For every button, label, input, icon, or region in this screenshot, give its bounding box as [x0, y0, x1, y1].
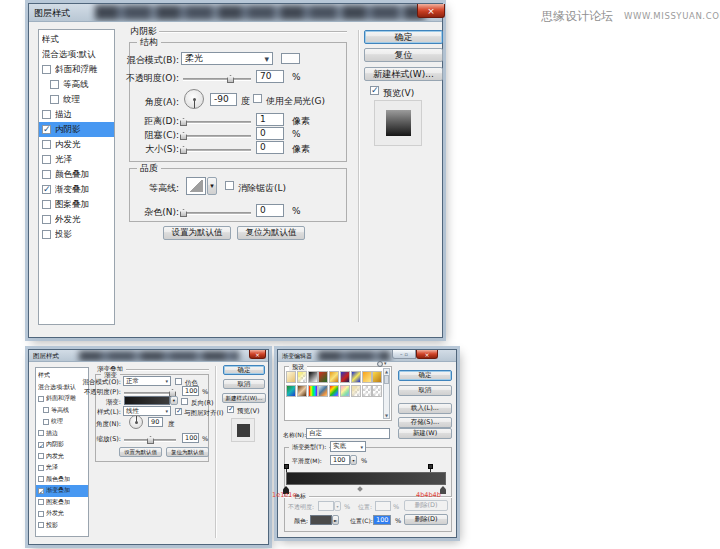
smoothness-dropdown-button[interactable]: ▾: [350, 455, 357, 465]
preset-menu-arrow-icon[interactable]: ▾: [384, 360, 387, 366]
save-button[interactable]: 存储(S)...: [398, 417, 452, 428]
gradient-preview-strip[interactable]: [124, 396, 170, 405]
gradient-preset-swatch[interactable]: [362, 371, 372, 383]
gradient-preset-swatch[interactable]: [372, 385, 382, 397]
gradient-preset-swatch[interactable]: [351, 385, 361, 397]
gradient-preset-swatch[interactable]: [318, 385, 328, 397]
style-enable-checkbox[interactable]: ✓: [38, 453, 44, 459]
close-button[interactable]: ×: [249, 350, 266, 359]
angle-input[interactable]: 90: [148, 417, 163, 427]
style-list-item[interactable]: ✓ 投影: [39, 227, 114, 242]
smoothness-input[interactable]: 100: [330, 455, 350, 465]
gradient-preset-swatch[interactable]: [340, 371, 350, 383]
gradient-preset-swatch[interactable]: [372, 371, 382, 383]
gradient-dropdown-button[interactable]: ▾: [170, 396, 178, 405]
style-enable-checkbox[interactable]: ✓: [38, 396, 44, 402]
style-enable-checkbox[interactable]: ✓: [42, 215, 51, 224]
reverse-checkbox[interactable]: [181, 398, 188, 405]
style-list-item[interactable]: ✓ 颜色叠加: [39, 167, 114, 182]
style-list-item[interactable]: ✓ 光泽: [36, 462, 88, 474]
gradient-preset-swatch[interactable]: [351, 371, 361, 383]
style-enable-checkbox[interactable]: ✓: [42, 125, 51, 134]
scroll-down-icon[interactable]: ▼: [384, 413, 389, 418]
style-enable-checkbox[interactable]: ✓: [38, 442, 44, 448]
gradient-preset-swatch[interactable]: [297, 371, 307, 383]
gradient-preset-swatch[interactable]: [286, 371, 296, 383]
reset-default-button[interactable]: 复位为默认值: [166, 447, 209, 457]
style-list-item[interactable]: ✓ 内发光: [36, 451, 88, 463]
style-enable-checkbox[interactable]: ✓: [42, 170, 51, 179]
dither-checkbox[interactable]: [175, 378, 182, 385]
title-bar[interactable]: 图层样式: [29, 4, 442, 22]
distance-input[interactable]: 1: [256, 113, 284, 126]
style-enable-checkbox[interactable]: ✓: [38, 465, 44, 471]
opacity-slider[interactable]: [124, 392, 176, 394]
opacity-input[interactable]: 100: [182, 386, 199, 396]
scroll-up-icon[interactable]: ▲: [384, 369, 389, 374]
delete-color-stop-button[interactable]: 删除(D): [404, 514, 448, 525]
choke-input[interactable]: 0: [256, 127, 284, 140]
style-enable-checkbox[interactable]: ✓: [38, 488, 44, 494]
scale-input[interactable]: 100: [182, 433, 199, 443]
style-list-item[interactable]: ✓ 图案叠加: [36, 497, 88, 509]
angle-input[interactable]: -90: [210, 93, 237, 106]
size-input[interactable]: 0: [256, 141, 284, 154]
style-list-item[interactable]: ✓ 样式: [39, 32, 114, 47]
angle-dial[interactable]: [129, 415, 143, 429]
stop-color-arrow-button[interactable]: ►: [332, 515, 339, 525]
stop-location-input[interactable]: 100: [373, 515, 391, 525]
close-button[interactable]: ×: [417, 4, 445, 18]
style-enable-checkbox[interactable]: ✓: [38, 511, 44, 517]
new-gradient-button[interactable]: 新建(W): [398, 428, 452, 439]
style-enable-checkbox[interactable]: ✓: [38, 522, 44, 528]
style-enable-checkbox[interactable]: ✓: [42, 140, 51, 149]
blend-mode-select[interactable]: 正常 ▾: [123, 376, 171, 386]
distance-slider[interactable]: [183, 121, 251, 123]
gradient-preset-swatch[interactable]: [286, 385, 296, 397]
gradient-preset-swatch[interactable]: [308, 371, 318, 383]
shadow-color-swatch[interactable]: [281, 53, 300, 64]
close-button[interactable]: ×: [416, 350, 438, 359]
opacity-input[interactable]: 70: [256, 70, 284, 83]
style-enable-checkbox[interactable]: ✓: [42, 200, 51, 209]
gradient-bar[interactable]: [286, 472, 446, 485]
noise-input[interactable]: 0: [256, 204, 284, 217]
opacity-slider[interactable]: [183, 78, 251, 80]
blend-mode-select[interactable]: 柔光 ▾: [181, 52, 273, 65]
preview-checkbox[interactable]: ✓: [227, 406, 234, 413]
noise-slider[interactable]: [183, 212, 251, 214]
angle-dial[interactable]: [184, 89, 204, 109]
style-enable-checkbox[interactable]: ✓: [43, 419, 49, 425]
gradient-preset-swatch[interactable]: [329, 371, 339, 383]
choke-slider[interactable]: [183, 135, 251, 137]
global-light-checkbox[interactable]: [253, 94, 262, 103]
cancel-button[interactable]: 取消: [223, 379, 265, 389]
style-enable-checkbox[interactable]: ✓: [38, 430, 44, 436]
load-button[interactable]: 载入(L)...: [398, 403, 452, 414]
gradient-style-select[interactable]: 线性 ▾: [123, 406, 171, 416]
cancel-button[interactable]: 取消: [398, 385, 452, 396]
style-enable-checkbox[interactable]: ✓: [42, 185, 51, 194]
ok-button[interactable]: 确定: [364, 30, 443, 44]
gear-icon[interactable]: [377, 361, 383, 367]
ok-button[interactable]: 确定: [398, 370, 452, 381]
style-list-item[interactable]: ✓ 渐变叠加: [36, 485, 88, 497]
reset-button[interactable]: 复位: [364, 48, 443, 62]
style-enable-checkbox[interactable]: ✓: [42, 110, 51, 119]
gradient-preset-swatch[interactable]: [308, 385, 318, 397]
antialias-checkbox[interactable]: [225, 181, 234, 190]
gradient-preset-swatch[interactable]: [329, 385, 339, 397]
style-list-item[interactable]: ✓ 外发光: [36, 508, 88, 520]
stop-color-swatch[interactable]: [310, 515, 332, 525]
style-enable-checkbox[interactable]: ✓: [42, 65, 51, 74]
contour-picker[interactable]: [186, 177, 206, 195]
style-enable-checkbox[interactable]: ✓: [50, 80, 59, 89]
style-enable-checkbox[interactable]: ✓: [38, 476, 44, 482]
style-enable-checkbox[interactable]: ✓: [42, 155, 51, 164]
gradient-preset-swatch[interactable]: [362, 385, 372, 397]
new-style-button[interactable]: 新建样式(W)...: [364, 67, 443, 81]
gradient-type-select[interactable]: 实底 ▾: [330, 441, 366, 452]
gradient-preset-swatch[interactable]: [318, 371, 328, 383]
style-list-item[interactable]: ✓ 颜色叠加: [36, 474, 88, 486]
style-enable-checkbox[interactable]: ✓: [43, 407, 49, 413]
